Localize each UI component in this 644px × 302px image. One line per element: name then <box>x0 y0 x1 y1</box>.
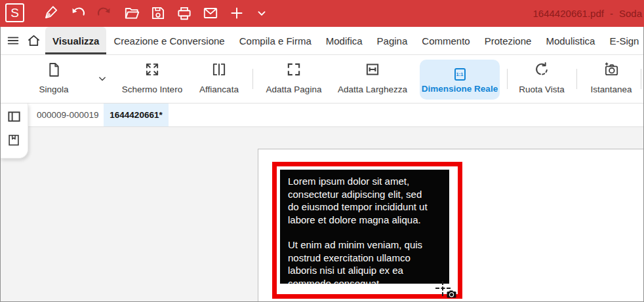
text-annotation[interactable]: Lorem ipsum dolor sit amet, consectetur … <box>280 170 449 284</box>
toolbar-divider <box>576 69 577 89</box>
affiancata-label: Affiancata <box>191 85 247 94</box>
document-tab-1644420661-active[interactable]: 1644420661* <box>104 104 169 126</box>
mail-icon <box>202 5 219 22</box>
printer-icon <box>176 5 193 22</box>
facing-pages-icon <box>211 61 228 78</box>
hamburger-icon <box>6 33 20 48</box>
bookmark-icon <box>7 133 21 147</box>
add-button[interactable] <box>227 3 247 23</box>
snapshot-camera-icon <box>603 61 620 78</box>
menu-tab-modulistica[interactable]: Modulistica <box>538 27 602 54</box>
fit-width-icon <box>364 61 381 78</box>
undo-icon <box>70 5 87 22</box>
folder-open-icon <box>123 5 140 22</box>
menu-tab-e-sign[interactable]: E-Sign <box>602 27 644 54</box>
open-file-button[interactable] <box>122 3 142 23</box>
redo-button[interactable] <box>94 3 113 23</box>
side-panel-icon <box>7 109 22 124</box>
hamburger-menu-button[interactable] <box>6 27 20 54</box>
adatta-pagina-button[interactable]: Adatta Pagina <box>261 61 327 94</box>
menu-tab-pagina[interactable]: Pagina <box>370 27 415 54</box>
rotate-view-icon <box>533 61 550 78</box>
window-title-app: Soda <box>619 8 642 19</box>
snapshot-cursor-crosshair <box>442 281 443 296</box>
dimensione-reale-button[interactable]: 1:1 Dimensione Reale <box>420 60 500 100</box>
snapshot-cursor-camera-icon <box>447 290 456 298</box>
ruota-vista-label: Ruota Vista <box>514 85 569 94</box>
menu-tab-protezione[interactable]: Protezione <box>477 27 539 54</box>
istantanea-button[interactable]: Istantanea <box>584 61 639 94</box>
adatta-larghezza-label: Adatta Larghezza <box>333 85 412 94</box>
dimensione-reale-label: Dimensione Reale <box>420 84 500 94</box>
page-thumbnails-button[interactable] <box>6 109 22 124</box>
create-pen-button[interactable] <box>41 3 60 23</box>
fullscreen-icon <box>144 61 161 78</box>
window-border <box>0 27 1 302</box>
annotation-paragraph-1: Lorem ipsum dolor sit amet, consectetur … <box>288 175 445 226</box>
document-tab-bar: 000009-000019 1644420661* <box>0 104 644 127</box>
singola-button[interactable]: Singola <box>30 61 77 94</box>
menu-bar: Visualizza Creazione e Conversione Compi… <box>0 27 644 55</box>
adatta-larghezza-button[interactable]: Adatta Larghezza <box>333 61 412 94</box>
fit-page-icon <box>285 61 302 78</box>
window-title-file: 1644420661.pdf <box>533 8 604 19</box>
menu-tab-commento[interactable]: Commento <box>414 27 477 54</box>
pen-icon <box>42 5 59 22</box>
bookmarks-button[interactable] <box>6 132 22 148</box>
home-icon <box>26 33 41 48</box>
highlighted-annotation-box[interactable]: Lorem ipsum dolor sit amet, consectetur … <box>272 162 462 299</box>
menu-tab-visualizza[interactable]: Visualizza <box>45 27 106 54</box>
annotation-paragraph-2: Ut enim ad minim veniam, quis nostrud ex… <box>288 238 445 284</box>
print-button[interactable] <box>174 3 194 23</box>
save-button[interactable] <box>148 3 168 23</box>
chevron-down-icon <box>254 6 269 20</box>
schermo-intero-button[interactable]: Schermo Intero <box>118 61 186 94</box>
plus-icon <box>228 5 245 22</box>
affiancata-button[interactable]: Affiancata <box>191 61 247 94</box>
view-toolbar: Singola Schermo Intero <box>0 55 644 104</box>
window-title: 1644420661.pdf - Soda <box>533 0 643 27</box>
email-button[interactable] <box>201 3 220 23</box>
menu-tab-modifica[interactable]: Modifica <box>319 27 370 54</box>
single-page-icon <box>45 61 63 79</box>
actual-size-icon-text: 1:1 <box>456 71 464 77</box>
document-tab-000009-000019[interactable]: 000009-000019 <box>31 104 104 126</box>
chevron-down-icon <box>96 72 109 85</box>
menu-tab-compila-e-firma[interactable]: Compila e Firma <box>232 27 319 54</box>
redo-icon <box>95 5 112 22</box>
toolbar-divider <box>507 69 508 89</box>
window-title-separator: - <box>610 8 613 19</box>
adatta-pagina-label: Adatta Pagina <box>261 85 327 94</box>
home-button[interactable] <box>26 27 41 54</box>
page-mode-dropdown-button[interactable] <box>96 72 110 86</box>
toolbar-divider <box>252 69 253 89</box>
istantanea-label: Istantanea <box>584 85 639 94</box>
undo-button[interactable] <box>69 3 89 23</box>
ruota-vista-button[interactable]: Ruota Vista <box>514 61 569 94</box>
document-viewport[interactable]: Lorem ipsum dolor sit amet, consectetur … <box>0 127 644 302</box>
soda-logo[interactable]: S <box>5 3 24 22</box>
save-icon <box>150 5 167 22</box>
left-panel <box>0 104 28 159</box>
singola-label: Singola <box>30 85 77 94</box>
toolbar-divider <box>641 69 641 89</box>
menu-tab-creazione-e-conversione[interactable]: Creazione e Conversione <box>106 27 231 54</box>
schermo-intero-label: Schermo Intero <box>118 85 186 94</box>
more-tools-button[interactable] <box>252 3 272 23</box>
title-bar: S <box>0 0 644 27</box>
actual-size-icon: 1:1 <box>454 68 466 81</box>
